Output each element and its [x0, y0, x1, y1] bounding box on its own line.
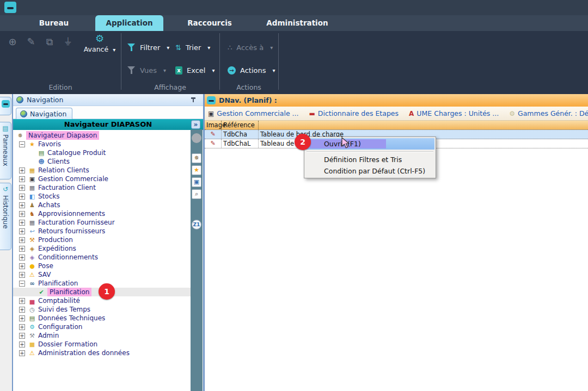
acces-a-button[interactable]: ∴Accès à▾ — [228, 41, 273, 53]
stopwatch-icon: ◷ — [28, 307, 36, 313]
tree-item-catalogue-produit[interactable]: ▤Catalogue Produit — [13, 148, 191, 157]
menu-item-condition-par-defaut-ctrl-f5[interactable]: Condition par Défaut (Ctrl-F5) — [305, 165, 434, 177]
expand-icon[interactable]: + — [19, 307, 25, 313]
expand-icon[interactable]: + — [19, 324, 25, 330]
top-tab-bureau[interactable]: Bureau — [32, 15, 76, 31]
column-header-reference[interactable]: Référence — [222, 121, 259, 129]
content-tab-dictionnaire-des-etapes[interactable]: ▬Dictionnaire des Etapes — [309, 109, 399, 117]
expand-icon[interactable]: + — [19, 298, 25, 304]
diapason-logo-icon — [207, 96, 216, 104]
tree-item-conditionnements[interactable]: +◈Conditionnements — [13, 253, 191, 262]
tree-item-stocks[interactable]: +◧Stocks — [13, 192, 191, 201]
tree-item-approvisionnements[interactable]: +♞Approvisionnements — [13, 209, 191, 218]
expand-icon[interactable]: + — [19, 237, 25, 243]
vues-button[interactable]: Vues▾ — [127, 64, 166, 76]
tree-item-expeditions[interactable]: +◈Expéditions — [13, 244, 191, 253]
top-tab-administration[interactable]: Administration — [256, 15, 339, 31]
tree-item-clients[interactable]: ☻Clients — [13, 157, 191, 166]
tree-item-donnees-techniques[interactable]: +▤Données Techniques — [13, 314, 191, 322]
expand-icon[interactable]: + — [19, 202, 25, 208]
pencil-icon[interactable]: ✎ — [25, 37, 37, 47]
expand-icon[interactable]: + — [19, 211, 25, 217]
tree-item-navigateur-diapason[interactable]: ✵Navigateur Diapason — [13, 131, 191, 140]
expand-panel-button[interactable]: » — [191, 120, 200, 129]
trash-icon[interactable]: ⏚ — [62, 37, 74, 47]
search-tool-button[interactable]: ⌕ — [192, 189, 201, 199]
tree-item-label: Retours fournisseurs — [38, 227, 105, 235]
globe-icon — [16, 96, 23, 103]
filtrer-button[interactable]: Filtrer▾ — [127, 41, 169, 53]
screen-tool-button[interactable]: ▣ — [192, 177, 201, 187]
rail-tab-logo[interactable] — [0, 97, 11, 115]
collapse-icon[interactable]: − — [19, 281, 25, 287]
tree-item-admin[interactable]: +⚒Admin — [13, 331, 191, 340]
expand-icon[interactable]: + — [19, 255, 25, 260]
expand-icon[interactable]: + — [19, 228, 25, 234]
tree-item-favoris[interactable]: −★Favoris — [13, 140, 191, 148]
content-tab-gestion-commerciale[interactable]: ▣Gestion Commerciale ... — [208, 109, 299, 117]
diapason-logo-icon — [2, 100, 10, 108]
tree-item-gestion-commerciale[interactable]: +▣Gestion Commerciale — [13, 175, 191, 183]
menu-item-definition-filtres-et-tris[interactable]: Définition Filtres et Tris — [305, 154, 434, 165]
favorites-tool-button[interactable]: ★ — [192, 165, 201, 175]
actions-button[interactable]: →Actions▾ — [228, 64, 275, 76]
expand-icon[interactable]: + — [19, 185, 25, 191]
tree-item-label: SAV — [38, 271, 51, 278]
menu-item-ouvrir-f1[interactable]: Ouvrir (F1) — [305, 138, 434, 150]
scroll-knob[interactable] — [192, 133, 201, 143]
z1-tool-button[interactable]: Z1 — [192, 220, 201, 229]
tree-item-facturation-client[interactable]: +▦Facturation Client — [13, 183, 191, 192]
reference-cell: TdbChaL — [222, 139, 259, 148]
trier-button[interactable]: ⇅Trier▾ — [175, 41, 210, 53]
navigation-tab[interactable]: Navigation — [16, 108, 72, 119]
warning-icon: ⚠ — [28, 350, 36, 356]
top-tab-application[interactable]: Application — [95, 15, 163, 31]
ume-icon: A — [409, 110, 414, 117]
tree-item-administration-des-donnees[interactable]: +⚠Administration des données — [13, 349, 191, 357]
expand-icon[interactable]: + — [19, 315, 25, 321]
tree-item-configuration[interactable]: +⚙Configuration — [13, 322, 191, 331]
pin-icon[interactable] — [191, 97, 197, 103]
column-header-image[interactable]: Image — [205, 121, 222, 129]
navigation-panel-title: Navigation — [27, 96, 63, 104]
expand-icon[interactable]: + — [19, 350, 25, 356]
content-tab-ume-charges-unites[interactable]: AUME Charges : Unités ... — [409, 109, 499, 117]
tree-item-sav[interactable]: +⚠SAV — [13, 270, 191, 279]
chevron-down-icon: ▾ — [270, 45, 273, 51]
config-gear-icon: ⚙ — [28, 324, 36, 330]
content-tab-gammes-gener-defi[interactable]: ⚙Gammes Génér. : Défi... — [509, 109, 588, 117]
compass-tool-button[interactable]: ✵ — [192, 153, 201, 163]
expand-icon[interactable]: + — [19, 263, 25, 269]
tree-item-production[interactable]: +⚒Production — [13, 235, 191, 244]
tree-item-suivi-des-temps[interactable]: +◷Suivi des Temps — [13, 305, 191, 314]
expand-icon[interactable]: + — [19, 272, 25, 278]
tree-item-retours-fournisseurs[interactable]: +↩Retours fournisseurs — [13, 227, 191, 235]
expand-icon[interactable]: + — [19, 246, 25, 252]
top-tab-raccourcis[interactable]: Raccourcis — [180, 15, 240, 31]
collapse-icon[interactable]: − — [19, 141, 25, 147]
tree-item-label: Favoris — [38, 140, 61, 148]
expand-icon[interactable]: + — [19, 194, 25, 200]
tree-item-pose[interactable]: +●Pose — [13, 262, 191, 270]
tree-item-achats[interactable]: +♟Achats — [13, 201, 191, 209]
actions-icon: → — [228, 66, 236, 75]
copy-icon[interactable]: ⧉ — [44, 37, 56, 47]
rail-tab-panneaux[interactable]: ▤ Panneaux — [0, 122, 11, 179]
excel-button[interactable]: xExcel▾ — [175, 64, 215, 76]
compass-icon: ✵ — [16, 133, 24, 139]
rail-tab-historique[interactable]: ↺ Historique — [0, 183, 11, 250]
tree-item-label: Pose — [38, 262, 53, 270]
tree-item-label: Navigateur Diapason — [26, 131, 99, 140]
expand-icon[interactable]: + — [19, 333, 25, 339]
avance-button[interactable]: ⚙ Avancé ▾ — [81, 34, 119, 54]
expand-icon[interactable]: + — [19, 167, 25, 173]
expand-icon[interactable]: + — [19, 176, 25, 182]
tree-item-dossier-formation[interactable]: +■Dossier Formation — [13, 340, 191, 349]
expand-icon[interactable]: + — [19, 342, 25, 347]
tree-item-facturation-fournisseur[interactable]: +▦Facturation Fournisseur — [13, 218, 191, 227]
plus-icon[interactable]: ⊕ — [7, 37, 19, 47]
tree-item-relation-clients[interactable]: +▦Relation Clients — [13, 166, 191, 175]
expand-icon[interactable]: + — [19, 220, 25, 226]
avance-label: Avancé — [84, 45, 108, 53]
group-label-actions: Actions — [219, 83, 278, 91]
